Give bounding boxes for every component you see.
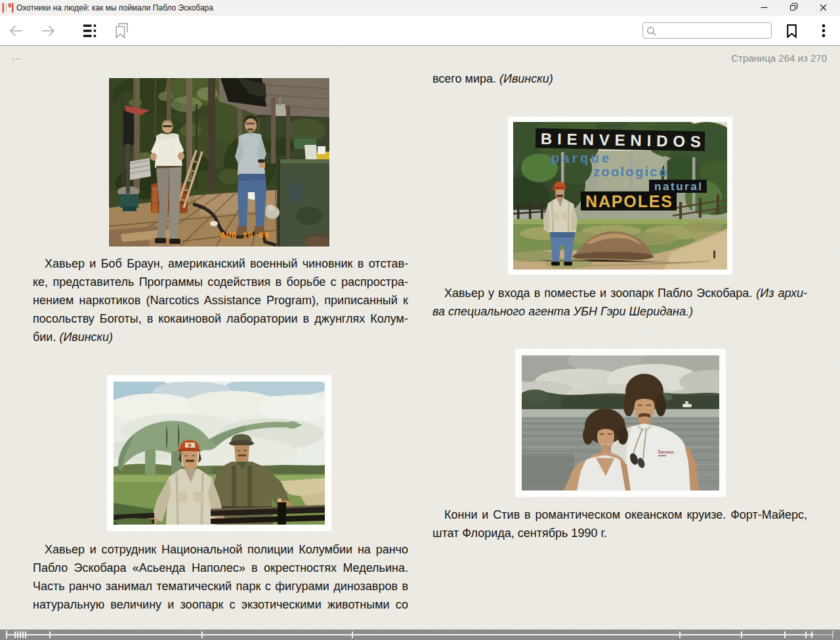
svg-text:Stevens: Stevens	[658, 449, 674, 455]
svg-text:AUG 10 89: AUG 10 89	[220, 231, 270, 241]
svg-text:zoologico: zoologico	[593, 165, 667, 179]
svg-text:NAPOLES: NAPOLES	[585, 192, 672, 210]
